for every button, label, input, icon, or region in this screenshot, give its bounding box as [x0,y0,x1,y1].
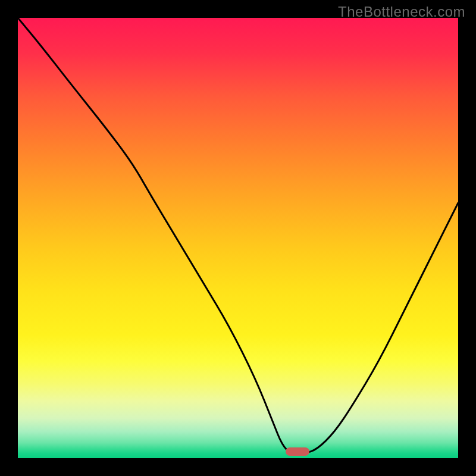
watermark-text: TheBottleneck.com [338,4,465,20]
plot-area [18,18,458,458]
bottleneck-curve [18,18,458,458]
optimal-point-marker [286,447,309,456]
chart-container: TheBottleneck.com [0,0,476,476]
